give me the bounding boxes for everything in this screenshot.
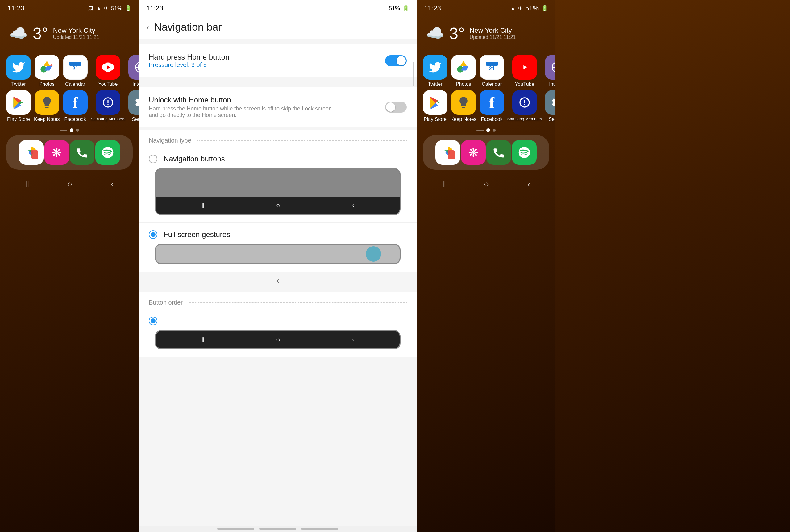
recent-apps-icon: ⫴ (201, 202, 204, 210)
chevron-down-icon: ‹ (276, 276, 279, 285)
left-app-internet[interactable]: Internet (128, 55, 139, 87)
order-back-icon: ‹ (352, 336, 354, 344)
button-order-label: Button order (149, 299, 183, 306)
button-order-header: Button order (139, 291, 417, 309)
left-dock: ❋ (6, 135, 133, 170)
order-home-icon: ○ (276, 336, 280, 344)
hard-press-toggle[interactable] (385, 55, 407, 66)
center-wifi-icon: ▲ (374, 5, 379, 12)
right-phone-panel: 11:23 ▲ ✈ 51% 🔋 ☁️ 3° New York City Upda… (417, 0, 556, 532)
button-order-option-header (149, 317, 407, 325)
left-app-keepnotes[interactable]: Keep Notes (34, 90, 60, 122)
right-playstore-label: Play Store (424, 117, 446, 122)
right-spotify-icon (512, 140, 537, 165)
left-keepnotes-label: Keep Notes (34, 117, 60, 122)
left-app-twitter[interactable]: Twitter (6, 55, 31, 87)
left-dock-chrome[interactable] (19, 140, 43, 165)
right-samsung-label: Samsung Members (507, 117, 542, 121)
right-dock-petal[interactable]: ❋ (461, 140, 486, 165)
gesture-indicator (366, 246, 381, 262)
back-button[interactable]: ‹ (146, 22, 149, 32)
left-app-facebook[interactable]: f Facebook (63, 90, 88, 122)
back-chevron-icon: ‹ (352, 202, 354, 210)
left-page-dots (0, 125, 139, 135)
center-status-bar: 11:23 🖼 ▲ ✈ 51% 🔋 (139, 0, 417, 15)
left-app-samsung[interactable]: Samsung Members (91, 90, 126, 122)
right-app-youtube[interactable]: YouTube (507, 55, 542, 87)
right-calendar-icon: 21 (480, 55, 504, 80)
right-dock-chrome[interactable] (436, 140, 460, 165)
right-internet-label: Internet (549, 81, 556, 87)
left-dock-phone[interactable] (70, 140, 94, 165)
left-phone-panel: 11:23 🖼 ▲ ✈ 51% 🔋 ☁️ 3° New York City Up… (0, 0, 139, 532)
left-nav-recent[interactable]: ⫴ (25, 179, 29, 189)
left-app-youtube[interactable]: YouTube (91, 55, 126, 87)
left-playstore-label: Play Store (7, 117, 30, 122)
center-time: 11:23 (146, 4, 163, 12)
left-app-settings[interactable]: Settings (128, 90, 139, 122)
left-internet-icon (128, 55, 139, 80)
spacer-1 (139, 77, 417, 82)
left-youtube-label: YouTube (98, 81, 118, 87)
right-app-samsung[interactable]: Samsung Members (507, 90, 542, 122)
button-order-radio[interactable] (149, 317, 157, 325)
left-weather-city: New York City (53, 26, 99, 35)
full-screen-radio[interactable] (149, 230, 157, 239)
right-airplane-icon: ✈ (518, 5, 523, 12)
right-nav-home[interactable]: ○ (484, 179, 489, 189)
right-nav-recent[interactable]: ⫴ (442, 179, 446, 189)
right-app-calendar[interactable]: 21 Calendar (480, 55, 504, 87)
full-screen-gestures-option[interactable]: Full screen gestures (139, 223, 417, 272)
button-order-dots (189, 302, 407, 303)
nav-buttons-radio[interactable] (149, 155, 157, 163)
right-app-internet[interactable]: Internet (545, 55, 556, 87)
hard-press-toggle-knob (397, 56, 406, 65)
left-settings-icon (128, 90, 139, 115)
left-nav-back[interactable]: ‹ (111, 179, 114, 189)
right-samsung-icon (512, 90, 537, 115)
right-settings-icon (545, 90, 556, 115)
left-dock-petal[interactable]: ❋ (44, 140, 69, 165)
left-nav-bar: ⫴ ○ ‹ (0, 173, 139, 195)
left-app-photos[interactable]: Photos (34, 55, 60, 87)
right-battery-icon: 🔋 (541, 5, 548, 12)
right-petal-icon: ❋ (461, 140, 486, 165)
right-app-photos[interactable]: Photos (450, 55, 477, 87)
right-dock-phone[interactable] (486, 140, 511, 165)
button-order-option[interactable]: ⫴ ○ ‹ (139, 309, 417, 357)
left-app-playstore[interactable]: Play Store (6, 90, 31, 122)
left-status-icons: 🖼 ▲ ✈ 51% 🔋 (88, 5, 132, 12)
right-status-bar: 11:23 ▲ ✈ 51% 🔋 (417, 0, 556, 15)
left-battery-text: 51% (111, 5, 122, 12)
right-status-icons: ▲ ✈ 51% 🔋 (510, 4, 548, 12)
nav-type-section: Navigation type Navigation buttons ⫴ ○ ‹ (139, 130, 417, 272)
right-app-keepnotes[interactable]: Keep Notes (450, 90, 477, 122)
right-weather-city: New York City (470, 26, 516, 35)
right-app-grid-row1: Twitter Photos 21 Calendar YouTube (417, 49, 556, 125)
left-nav-home[interactable]: ○ (67, 179, 73, 189)
left-keepnotes-icon (35, 90, 59, 115)
right-app-twitter[interactable]: Twitter (423, 55, 447, 87)
right-app-facebook[interactable]: f Facebook (480, 90, 504, 122)
left-app-calendar[interactable]: 21 Calendar (63, 55, 88, 87)
right-youtube-label: YouTube (515, 81, 535, 87)
nav-buttons-option[interactable]: Navigation buttons ⫴ ○ ‹ (139, 147, 417, 223)
nav-buttons-mockup: ⫴ ○ ‹ (155, 168, 401, 215)
left-dock-spotify[interactable] (95, 140, 120, 165)
left-time: 11:23 (7, 4, 24, 12)
right-app-settings[interactable]: Settings (545, 90, 556, 122)
nav-buttons-label: Navigation buttons (163, 155, 225, 163)
center-bottom-pill-3 (301, 528, 338, 530)
hard-press-row: Hard press Home button Pressure level: 3… (139, 44, 417, 77)
right-time: 11:23 (424, 4, 441, 12)
left-weather-details: New York City Updated 11/21 11:21 (53, 26, 99, 40)
right-dock-spotify[interactable] (512, 140, 537, 165)
gesture-bar (156, 245, 400, 263)
right-nav-back[interactable]: ‹ (527, 179, 530, 189)
unlock-home-toggle[interactable] (385, 101, 407, 113)
right-app-playstore[interactable]: Play Store (423, 90, 447, 122)
center-bottom-pill-2 (259, 528, 296, 530)
button-order-section: Button order ⫴ ○ ‹ (139, 291, 417, 357)
center-battery-icon: 🔋 (402, 5, 409, 12)
right-youtube-icon (512, 55, 537, 80)
